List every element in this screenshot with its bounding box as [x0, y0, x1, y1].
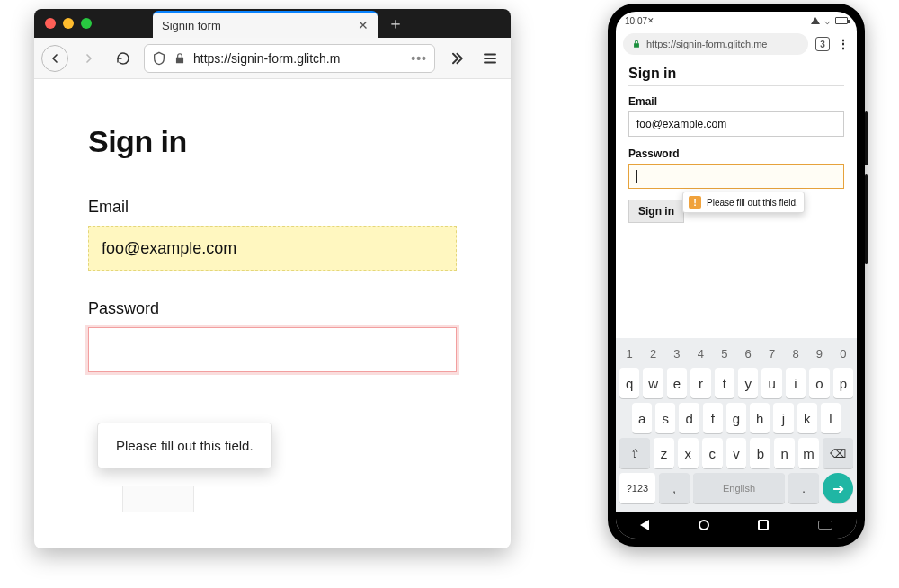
- mobile-validation-tooltip: ! Please fill out this field.: [682, 192, 805, 213]
- email-input[interactable]: foo@example.com: [88, 226, 457, 271]
- key-9[interactable]: 9: [809, 343, 829, 363]
- key-y[interactable]: y: [738, 368, 758, 398]
- mobile-address-bar[interactable]: https://signin-form.glitch.me: [623, 33, 808, 55]
- mobile-page-content: Sign in Email foo@example.com Password S…: [616, 58, 857, 223]
- key-c[interactable]: c: [702, 438, 723, 468]
- forward-button[interactable]: [76, 45, 102, 72]
- space-key[interactable]: English: [693, 473, 785, 503]
- key-4[interactable]: 4: [690, 343, 710, 363]
- nav-recents-button[interactable]: [758, 520, 769, 530]
- lock-icon: [632, 40, 641, 49]
- key-5[interactable]: 5: [715, 343, 734, 363]
- key-k[interactable]: k: [797, 403, 817, 433]
- key-n[interactable]: n: [774, 438, 795, 468]
- nav-back-button[interactable]: [640, 520, 649, 530]
- mobile-url-text: https://signin-form.glitch.me: [646, 39, 768, 49]
- key-r[interactable]: r: [690, 368, 710, 398]
- status-bar: 10:07 ✕ ⌵: [616, 12, 857, 30]
- mobile-screen: 10:07 ✕ ⌵ https://signin-form.glitch.me: [616, 12, 857, 539]
- warning-icon: !: [689, 196, 701, 209]
- mobile-password-input[interactable]: [628, 164, 844, 189]
- heading-rule: [628, 85, 844, 86]
- key-e[interactable]: e: [667, 368, 687, 398]
- key-1[interactable]: 1: [619, 343, 639, 363]
- hamburger-menu-button[interactable]: [476, 45, 503, 72]
- key-b[interactable]: b: [750, 438, 770, 468]
- wifi-icon: ⌵: [824, 15, 831, 27]
- key-o[interactable]: o: [809, 368, 829, 398]
- key-h[interactable]: h: [750, 403, 770, 433]
- validation-tooltip: Please fill out this field.: [97, 423, 272, 468]
- period-key[interactable]: .: [788, 473, 819, 503]
- key-3[interactable]: 3: [667, 343, 687, 363]
- close-window-button[interactable]: [45, 18, 56, 29]
- enter-key[interactable]: ➜: [823, 473, 853, 503]
- key-d[interactable]: d: [679, 403, 699, 433]
- key-8[interactable]: 8: [786, 343, 806, 363]
- key-z[interactable]: z: [654, 438, 674, 468]
- key-7[interactable]: 7: [761, 343, 781, 363]
- back-button[interactable]: [41, 45, 68, 72]
- key-s[interactable]: s: [655, 403, 675, 433]
- keyboard-row-3: ⇧ zxcvbnm⌫: [619, 438, 853, 468]
- key-p[interactable]: p: [833, 368, 853, 398]
- nav-home-button[interactable]: [699, 520, 709, 530]
- key-a[interactable]: a: [632, 403, 652, 433]
- password-input[interactable]: [88, 327, 457, 372]
- key-l[interactable]: l: [821, 403, 841, 433]
- android-nav-bar: [616, 512, 857, 539]
- key-x[interactable]: x: [678, 438, 699, 468]
- key-g[interactable]: g: [726, 403, 746, 433]
- key-0[interactable]: 0: [833, 343, 853, 363]
- text-caret: [102, 339, 102, 361]
- key-v[interactable]: v: [726, 438, 747, 468]
- tab-count-button[interactable]: 3: [815, 37, 830, 51]
- mobile-email-value: foo@example.com: [636, 118, 726, 130]
- mobile-page-heading: Sign in: [628, 66, 844, 82]
- mobile-email-label: Email: [628, 95, 844, 108]
- browser-toolbar: https://signin-form.glitch.m •••: [34, 38, 511, 79]
- text-caret: [636, 170, 637, 183]
- maximize-window-button[interactable]: [81, 18, 92, 29]
- password-label: Password: [88, 299, 457, 318]
- reload-button[interactable]: [110, 45, 137, 72]
- keyboard-row-2: asdfghjkl: [619, 403, 853, 433]
- submit-button-obscured[interactable]: [122, 486, 194, 512]
- key-u[interactable]: u: [761, 368, 781, 398]
- key-q[interactable]: q: [619, 368, 639, 398]
- shift-key[interactable]: ⇧: [619, 438, 650, 468]
- battery-icon: [835, 17, 848, 24]
- validation-message: Please fill out this field.: [116, 438, 254, 453]
- mobile-signin-button[interactable]: Sign in: [628, 200, 684, 223]
- address-bar[interactable]: https://signin-form.glitch.m •••: [144, 44, 435, 73]
- desktop-browser-window: Signin form ✕ ＋ https://si: [34, 9, 511, 548]
- lock-icon: [174, 52, 186, 65]
- key-f[interactable]: f: [703, 403, 723, 433]
- key-w[interactable]: w: [643, 368, 663, 398]
- minimize-window-button[interactable]: [63, 18, 74, 29]
- key-m[interactable]: m: [798, 438, 819, 468]
- email-value: foo@example.com: [102, 239, 236, 258]
- close-tab-icon[interactable]: ✕: [358, 18, 369, 32]
- comma-key[interactable]: ,: [659, 473, 690, 503]
- key-j[interactable]: j: [773, 403, 793, 433]
- mobile-email-input[interactable]: foo@example.com: [628, 111, 844, 137]
- key-6[interactable]: 6: [738, 343, 758, 363]
- mobile-phone-frame: 10:07 ✕ ⌵ https://signin-form.glitch.me: [608, 4, 865, 547]
- mobile-password-label: Password: [628, 147, 844, 160]
- overflow-chevron-button[interactable]: [442, 45, 469, 72]
- window-controls: [34, 18, 92, 29]
- key-t[interactable]: t: [715, 368, 734, 398]
- more-menu-button[interactable]: ⋮: [837, 37, 850, 51]
- key-i[interactable]: i: [786, 368, 806, 398]
- nav-keyboard-button[interactable]: [818, 521, 832, 530]
- phone-side-button: [865, 174, 868, 264]
- page-actions-icon[interactable]: •••: [411, 51, 427, 66]
- symbols-key[interactable]: ?123: [619, 473, 655, 503]
- new-tab-button[interactable]: ＋: [383, 11, 408, 36]
- key-2[interactable]: 2: [643, 343, 663, 363]
- keyboard-row-4: ?123 , English . ➜: [619, 473, 853, 503]
- backspace-key[interactable]: ⌫: [823, 438, 853, 468]
- browser-tab[interactable]: Signin form ✕: [153, 11, 378, 38]
- page-content: Sign in Email foo@example.com Password: [34, 79, 511, 426]
